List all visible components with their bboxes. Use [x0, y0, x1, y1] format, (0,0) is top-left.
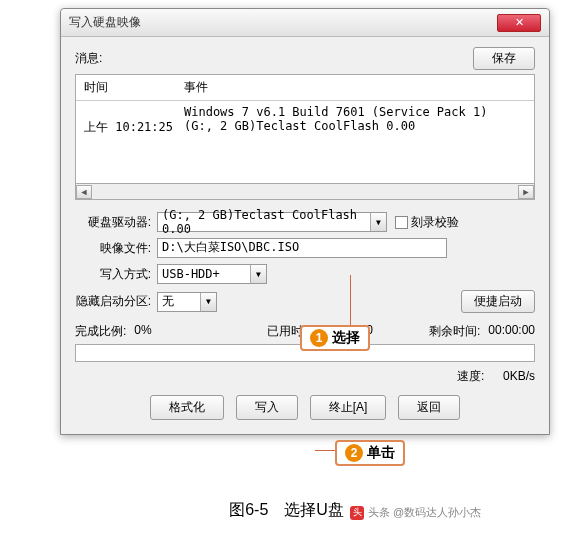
chevron-down-icon: ▼ [370, 213, 386, 231]
chevron-down-icon: ▼ [200, 293, 216, 311]
quick-boot-button[interactable]: 便捷启动 [461, 290, 535, 313]
window-title: 写入硬盘映像 [69, 14, 497, 31]
method-label: 写入方式: [75, 266, 157, 283]
close-icon: ✕ [515, 16, 524, 29]
hidden-label: 隐藏启动分区: [75, 293, 157, 310]
leader-line [315, 450, 335, 451]
log-col-event: 事件 [184, 79, 526, 96]
toutiao-icon: 头 [350, 506, 364, 520]
done-label: 完成比例: [75, 323, 126, 340]
scroll-track[interactable] [92, 185, 518, 199]
verify-checkbox[interactable] [395, 216, 408, 229]
scroll-right-icon[interactable]: ► [518, 185, 534, 199]
callout-2: 2 单击 [335, 440, 405, 466]
drive-combo[interactable]: (G:, 2 GB)Teclast CoolFlash 0.00 ▼ [157, 212, 387, 232]
speed-label: 速度: [457, 369, 484, 383]
log-col-time: 时间 [84, 79, 184, 96]
message-label: 消息: [75, 50, 473, 67]
format-button[interactable]: 格式化 [150, 395, 224, 420]
done-value: 0% [134, 323, 151, 340]
remain-label: 剩余时间: [429, 323, 480, 340]
drive-label: 硬盘驱动器: [75, 214, 157, 231]
back-button[interactable]: 返回 [398, 395, 460, 420]
verify-label: 刻录校验 [411, 214, 459, 231]
close-button[interactable]: ✕ [497, 14, 541, 32]
h-scrollbar[interactable]: ◄ ► [75, 184, 535, 200]
remain-value: 00:00:00 [488, 323, 535, 340]
speed-value: 0KB/s [503, 369, 535, 383]
dialog-window: 写入硬盘映像 ✕ 消息: 保存 时间 事件 Windows 7 v6.1 Bui… [60, 8, 550, 435]
image-path-input[interactable]: D:\大白菜ISO\DBC.ISO [157, 238, 447, 258]
figure-caption: 图6-5 选择U盘 [0, 500, 573, 521]
scroll-left-icon[interactable]: ◄ [76, 185, 92, 199]
chevron-down-icon: ▼ [250, 265, 266, 283]
leader-line [350, 275, 351, 330]
log-row: 上午 10:21:25 (G:, 2 GB)Teclast CoolFlash … [84, 119, 526, 136]
callout-1: 1 选择 [300, 325, 370, 351]
image-label: 映像文件: [75, 240, 157, 257]
abort-button[interactable]: 终止[A] [310, 395, 387, 420]
titlebar[interactable]: 写入硬盘映像 ✕ [61, 9, 549, 37]
watermark: 头 头条 @数码达人孙小杰 [350, 505, 481, 520]
write-method-combo[interactable]: USB-HDD+ ▼ [157, 264, 267, 284]
client-area: 消息: 保存 时间 事件 Windows 7 v6.1 Build 7601 (… [61, 37, 549, 434]
hidden-boot-combo[interactable]: 无 ▼ [157, 292, 217, 312]
write-button[interactable]: 写入 [236, 395, 298, 420]
save-button[interactable]: 保存 [473, 47, 535, 70]
log-row: Windows 7 v6.1 Build 7601 (Service Pack … [84, 105, 526, 119]
log-list: 时间 事件 Windows 7 v6.1 Build 7601 (Service… [75, 74, 535, 184]
